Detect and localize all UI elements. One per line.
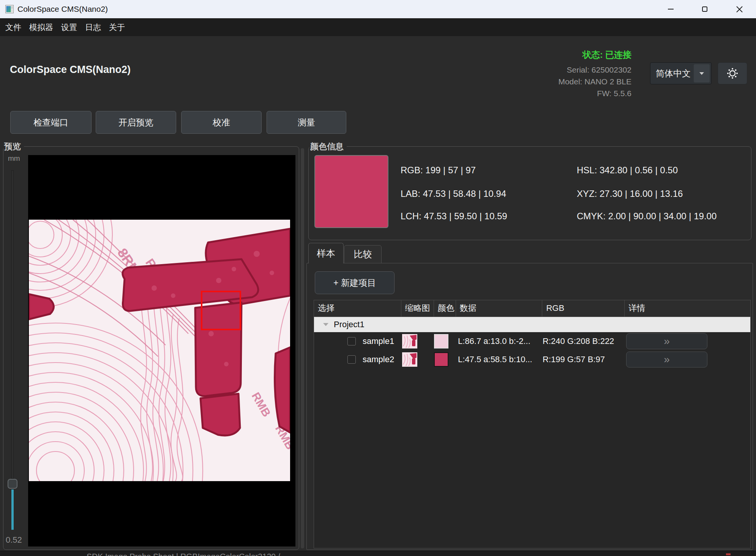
sample-color-swatch	[434, 352, 448, 367]
column-data[interactable]: 数据	[456, 300, 543, 317]
sample1-checkbox[interactable]	[347, 337, 356, 345]
banknote-preview-image: 8RMB RMB RMB RMB	[29, 220, 290, 481]
sample2-checkbox[interactable]	[347, 355, 356, 364]
table-row: sample1 L:86.7 a:13.0 b:-2... R:240 G:20…	[314, 332, 750, 350]
rgb-value: RGB: 199 | 57 | 97	[401, 165, 476, 176]
statusbar-clipped-text: SDK Image Probe Shoot | RGBImageColorCol…	[87, 551, 280, 556]
collapse-triangle-icon[interactable]	[323, 323, 328, 326]
firmware-version: FW: 5.5.6	[597, 88, 631, 99]
measure-button[interactable]: 测量	[267, 111, 346, 134]
serial-number: Serial: 625002302	[567, 65, 631, 75]
titlebar: ColorSpace CMS(Nano2)	[0, 0, 756, 18]
new-project-button[interactable]: + 新建项目	[315, 271, 395, 294]
application-window: ColorSpace CMS(Nano2) 文件 模拟器 设置 日志 关于 Co…	[0, 0, 756, 556]
minimize-button[interactable]	[660, 0, 682, 18]
chevron-down-icon	[699, 72, 704, 75]
close-button[interactable]	[728, 0, 750, 18]
lch-value: LCH: 47.53 | 59.50 | 10.59	[401, 211, 507, 222]
hsl-value: HSL: 342.80 | 0.56 | 0.50	[577, 165, 678, 176]
close-icon	[736, 6, 743, 13]
device-model: Model: NANO 2 BLE	[558, 76, 631, 87]
tab-compare[interactable]: 比较	[344, 245, 382, 263]
column-select[interactable]: 选择	[314, 300, 401, 317]
double-chevron-right-icon: »	[664, 354, 670, 365]
check-port-button[interactable]: 检查端口	[10, 111, 92, 134]
double-chevron-right-icon: »	[664, 336, 670, 347]
sample-rgb-data: R:199 G:57 B:97	[543, 350, 605, 369]
language-dropdown-arrow[interactable]	[694, 64, 710, 82]
column-color[interactable]: 颜色	[434, 300, 456, 317]
sample-rgb-data: R:240 G:208 B:222	[543, 332, 614, 350]
zoom-slider-value: 0.52	[6, 535, 22, 545]
app-icon	[5, 5, 14, 13]
panel-splitter[interactable]	[301, 148, 304, 548]
menu-about[interactable]: 关于	[105, 22, 129, 33]
sample-thumbnail-image	[402, 334, 417, 348]
menu-simulator[interactable]: 模拟器	[25, 22, 57, 33]
start-preview-button[interactable]: 开启预览	[96, 111, 176, 134]
sample2-detail-button[interactable]: »	[626, 352, 707, 367]
preview-canvas[interactable]: 8RMB RMB RMB RMB	[28, 155, 295, 546]
sun-icon	[726, 67, 739, 80]
lab-value: LAB: 47.53 | 58.48 | 10.94	[401, 189, 506, 199]
column-rgb[interactable]: RGB	[542, 300, 625, 317]
calibrate-button[interactable]: 校准	[181, 111, 262, 134]
column-detail[interactable]: 详情	[625, 300, 750, 317]
column-thumbnail[interactable]: 缩略图	[401, 300, 434, 317]
xyz-value: XYZ: 27.30 | 16.00 | 13.16	[577, 189, 683, 199]
color-info-panel: 颜色信息 RGB: 199 | 57 | 97 LAB: 47.53 | 58.…	[308, 146, 751, 240]
window-title: ColorSpace CMS(Nano2)	[17, 0, 108, 18]
unit-label: mm	[8, 154, 20, 163]
tab-samples[interactable]: 样本	[308, 243, 344, 263]
menu-log[interactable]: 日志	[81, 22, 105, 33]
table-header: 选择 缩略图 颜色 数据 RGB 详情	[314, 300, 750, 317]
zoom-slider-track[interactable]	[11, 170, 14, 479]
language-select[interactable]: 简体中文	[650, 62, 712, 84]
project-row[interactable]: Project1	[314, 317, 750, 332]
measured-color-swatch	[314, 155, 388, 228]
sample-lab-data: L:86.7 a:13.0 b:-2...	[458, 332, 530, 350]
zoom-slider-handle[interactable]	[8, 479, 17, 489]
minimize-icon	[668, 9, 674, 10]
sample-lab-data: L:47.5 a:58.5 b:10...	[458, 350, 532, 369]
project-name: Project1	[334, 317, 365, 332]
statusbar: SDK Image Probe Shoot | RGBImageColorCol…	[0, 551, 756, 556]
sample-thumbnail-image	[402, 352, 417, 367]
sample-name: sample2	[363, 350, 394, 369]
table-row: sample2 L:47.5 a:58.5 b:10... R:199 G:57…	[314, 350, 750, 369]
menu-settings[interactable]: 设置	[57, 22, 81, 33]
menu-file[interactable]: 文件	[2, 22, 25, 33]
zoom-slider-fill	[11, 489, 14, 530]
menubar: 文件 模拟器 设置 日志 关于	[0, 18, 756, 36]
maximize-button[interactable]	[694, 0, 716, 18]
sample1-detail-button[interactable]: »	[626, 333, 707, 349]
samples-table: 选择 缩略图 颜色 数据 RGB 详情 Project1 sample1	[314, 300, 751, 548]
color-info-label: 颜色信息	[309, 141, 347, 152]
sample-name: sample1	[363, 332, 394, 350]
page-title: ColorSpace CMS(Nano2)	[10, 64, 131, 76]
preview-panel: 预览 mm 0.52	[3, 146, 299, 550]
theme-brightness-button[interactable]	[718, 62, 747, 84]
connection-status: 状态: 已连接	[582, 49, 631, 60]
sample-color-swatch	[434, 334, 448, 348]
cmyk-value: CMYK: 2.00 | 90.00 | 34.00 | 19.00	[577, 211, 717, 222]
preview-panel-label: 预览	[3, 141, 24, 152]
maximize-icon	[702, 6, 707, 12]
statusbar-red-mark	[726, 553, 731, 555]
language-value: 简体中文	[656, 63, 691, 84]
